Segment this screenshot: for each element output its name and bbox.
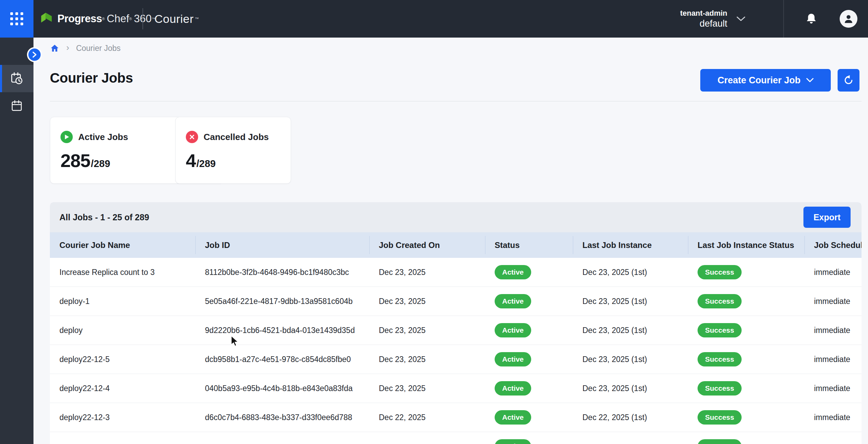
user-tenant-label: default <box>680 18 727 29</box>
cell-courier-job-name[interactable]: deploy-1 <box>50 287 195 316</box>
stat-label: Cancelled Jobs <box>204 132 269 142</box>
tm-mark: ™ <box>195 16 199 21</box>
table-row[interactable]: Active Success <box>50 432 862 444</box>
column-header-status[interactable]: Status <box>485 232 573 258</box>
column-header-last-job-instance-status[interactable]: Last Job Instance Status <box>688 232 804 258</box>
cell-job-created-on: Dec 22, 2025 <box>369 403 485 432</box>
last-status-badge: Success <box>698 294 742 308</box>
export-button[interactable]: Export <box>803 207 851 228</box>
cell-courier-job-name[interactable]: Increase Replica count to 3 <box>50 258 195 287</box>
cell-job-id: 5e05a46f-221e-4817-9dbb-13a9581c604b <box>195 287 369 316</box>
table-row[interactable]: deploy22-12-5 dcb958b1-a27c-4e51-978c-c8… <box>50 345 862 374</box>
cell-last-job-instance-status: Success <box>688 403 804 432</box>
cell-last-job-instance: Dec 23, 2025 (1st) <box>573 287 688 316</box>
breadcrumb-current: Courier Jobs <box>76 44 121 53</box>
column-header-job-schedule[interactable]: Job Schedule <box>804 232 862 258</box>
cell-job-created-on: Dec 23, 2025 <box>369 374 485 403</box>
table-row[interactable]: deploy22-12-4 040b5a93-e95b-4c4b-818b-e8… <box>50 374 862 403</box>
cell-last-job-instance-status: Success <box>688 374 804 403</box>
column-header-job-created-on[interactable]: Job Created On <box>369 232 485 258</box>
breadcrumb-separator: › <box>66 42 69 53</box>
table-toolbar: All Jobs - 1 - 25 of 289 Export <box>50 202 862 232</box>
refresh-button[interactable] <box>838 69 859 92</box>
cell-job-id: 9d2220b6-1cb6-4521-bda4-013e1439d35d <box>195 316 369 345</box>
cell-last-job-instance-status: Success <box>688 258 804 287</box>
cell-job-schedule: immediate <box>804 403 862 432</box>
cell-last-job-instance: Dec 23, 2025 (1st) <box>573 345 688 374</box>
cell-last-job-instance-status: Success <box>688 316 804 345</box>
cell-last-job-instance: Dec 23, 2025 (1st) <box>573 258 688 287</box>
product-name: Courier™ <box>154 0 199 38</box>
notifications-button[interactable] <box>803 11 819 27</box>
reg-mark: ® <box>129 17 132 21</box>
calendar-clock-icon <box>10 71 24 86</box>
sidebar-item-schedules[interactable] <box>0 92 33 120</box>
status-badge: Active <box>495 410 531 425</box>
cell-job-created-on: Dec 23, 2025 <box>369 345 485 374</box>
last-status-badge: Success <box>698 381 742 396</box>
progress-logo-icon <box>40 12 53 26</box>
jobs-table-card: All Jobs - 1 - 25 of 289 Export Courier … <box>50 202 862 444</box>
cell-job-created-on: Dec 23, 2025 <box>369 316 485 345</box>
cell-courier-job-name[interactable]: deploy22-12-3 <box>50 403 195 432</box>
cell-job-schedule <box>804 432 862 444</box>
home-icon[interactable] <box>50 44 59 53</box>
cell-job-created-on <box>369 432 485 444</box>
brand-chef-text: Chef <box>107 13 129 25</box>
calendar-icon <box>10 99 23 112</box>
refresh-icon <box>843 75 854 86</box>
cell-courier-job-name[interactable]: deploy22-12-4 <box>50 374 195 403</box>
title-divider <box>50 101 862 101</box>
last-status-badge: Success <box>698 439 742 444</box>
page-title: Courier Jobs <box>50 70 133 86</box>
cell-courier-job-name[interactable]: deploy <box>50 316 195 345</box>
cell-status: Active <box>485 258 573 287</box>
user-icon <box>843 13 854 25</box>
column-header-last-job-instance[interactable]: Last Job Instance <box>573 232 688 258</box>
chevron-right-icon <box>32 51 37 58</box>
cell-job-schedule: immediate <box>804 287 862 316</box>
cell-job-id: d6c0c7b4-6883-483e-b337-d33f0ee6d788 <box>195 403 369 432</box>
cell-last-job-instance-status: Success <box>688 432 804 444</box>
top-navbar: Progress® Chef® 360™ Courier™ tenant-adm… <box>0 0 868 38</box>
column-header-courier-job-name[interactable]: Courier Job Name <box>50 232 195 258</box>
cell-job-id: dcb958b1-a27c-4e51-978c-c854dc85fbe0 <box>195 345 369 374</box>
cell-job-schedule: immediate <box>804 316 862 345</box>
breadcrumb: › Courier Jobs <box>50 42 121 54</box>
sidebar-expand-button[interactable] <box>27 47 42 62</box>
sidebar <box>0 38 33 444</box>
cell-job-created-on: Dec 23, 2025 <box>369 287 485 316</box>
cell-courier-job-name[interactable] <box>50 432 195 444</box>
cell-job-schedule: immediate <box>804 258 862 287</box>
avatar[interactable] <box>840 10 857 28</box>
cell-last-job-instance: Dec 23, 2025 (1st) <box>573 316 688 345</box>
cell-last-job-instance-status: Success <box>688 345 804 374</box>
status-badge: Active <box>495 323 531 337</box>
cell-status: Active <box>485 403 573 432</box>
apps-grid-icon <box>10 12 23 25</box>
cell-courier-job-name[interactable]: deploy22-12-5 <box>50 345 195 374</box>
column-header-job-id[interactable]: Job ID <box>195 232 369 258</box>
table-row[interactable]: deploy-1 5e05a46f-221e-4817-9dbb-13a9581… <box>50 287 862 316</box>
table-row[interactable]: deploy 9d2220b6-1cb6-4521-bda4-013e1439d… <box>50 316 862 345</box>
user-role-label: tenant-admin <box>680 9 727 18</box>
app-launcher-button[interactable] <box>0 0 33 38</box>
stat-label: Active Jobs <box>78 132 128 142</box>
table-row[interactable]: deploy22-12-3 d6c0c7b4-6883-483e-b337-d3… <box>50 403 862 432</box>
cell-last-job-instance: Dec 23, 2025 (1st) <box>573 374 688 403</box>
cell-status: Active <box>485 287 573 316</box>
user-menu[interactable]: tenant-admin default <box>680 0 746 38</box>
cell-job-schedule: immediate <box>804 374 862 403</box>
navbar-brand-divider <box>142 8 143 29</box>
cell-status: Active <box>485 316 573 345</box>
sidebar-item-courier-jobs[interactable] <box>0 65 33 92</box>
cell-status: Active <box>485 432 573 444</box>
stat-value: 4 <box>186 150 196 171</box>
create-courier-job-button[interactable]: Create Courier Job <box>700 69 831 92</box>
stat-total: /289 <box>196 158 216 169</box>
status-badge: Active <box>495 265 531 279</box>
cell-job-id <box>195 432 369 444</box>
table-row[interactable]: Increase Replica count to 3 8112b0be-3f2… <box>50 258 862 287</box>
brand-progress-text: Progress <box>57 13 102 25</box>
cell-job-id: 8112b0be-3f2b-4648-9496-bc1f9480c3bc <box>195 258 369 287</box>
